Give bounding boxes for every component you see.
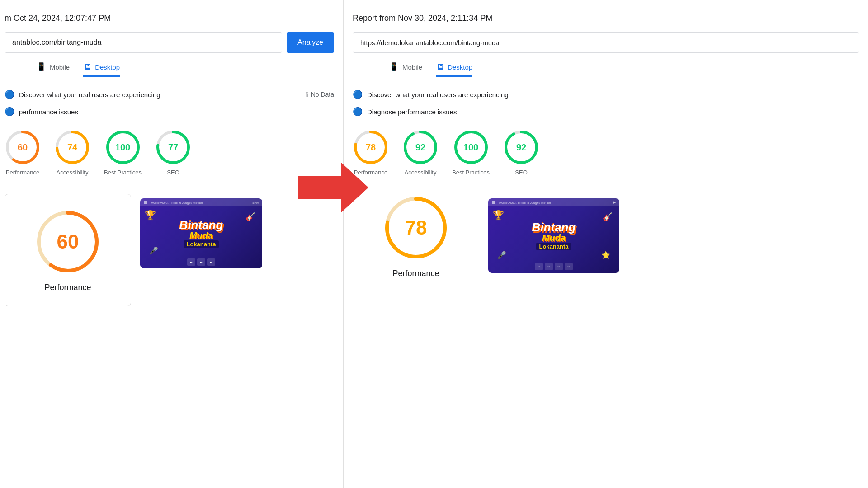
right-discover-icon: 🔵: [353, 89, 363, 99]
right-large-score-label: Performance: [392, 269, 439, 278]
left-large-score-value: 60: [57, 230, 79, 253]
bottom-icon-2: ▪▪: [197, 258, 205, 266]
left-bp-value: 100: [115, 142, 130, 153]
left-large-section: 60 Performance Home About Timeline Judge…: [0, 185, 343, 311]
right-nav-dot-1: [492, 201, 495, 204]
right-score-bestpractices: 100 Best Practices: [452, 129, 490, 176]
nav-dot-1: [144, 201, 147, 204]
right-screenshot: Home About Timeline Judges Mentor ▶ 🏆 🎸 …: [488, 198, 619, 273]
right-bottom-icon-3: ▪▪: [555, 263, 563, 270]
right-access-label: Accessibility: [405, 169, 437, 176]
left-seo-circle: 77: [155, 129, 191, 165]
right-large-circle: 78: [382, 194, 450, 262]
right-diagnose-label: Diagnose performance issues: [367, 108, 457, 116]
right-bp-circle: 100: [453, 129, 489, 165]
right-score-seo: 92 SEO: [503, 129, 539, 176]
right-mobile-tab[interactable]: 📱 Mobile: [389, 62, 422, 77]
right-diagnose-icon: 🔵: [353, 107, 363, 117]
left-discover-row: 🔵 Discover what your real users are expe…: [0, 86, 343, 103]
right-mobile-label: Mobile: [402, 63, 422, 71]
right-scores-row: 78 Performance 92 Accessibility 10: [344, 120, 868, 185]
right-desktop-icon: 🖥: [436, 62, 444, 72]
left-diagnose-label: performance issues: [19, 108, 78, 116]
left-access-label: Accessibility: [57, 169, 89, 176]
left-desktop-tab[interactable]: 🖥 Desktop: [83, 62, 120, 77]
left-url-input[interactable]: [5, 32, 282, 53]
left-bp-circle: 100: [105, 129, 141, 165]
no-data-label: No Data: [311, 91, 334, 98]
bintang-brand: Lokananta: [184, 240, 218, 248]
right-bp-label: Best Practices: [452, 169, 490, 176]
right-bintang-line1: Bintang: [532, 221, 576, 233]
right-bp-value: 100: [463, 142, 478, 153]
decor-star-1: 🏆: [145, 210, 156, 221]
desktop-icon: 🖥: [83, 62, 91, 72]
nav-text-2: 99%: [252, 201, 259, 204]
right-decor-mic: 🎤: [497, 251, 506, 259]
diagnose-icon: 🔵: [5, 107, 14, 117]
left-report-time: m Oct 24, 2024, 12:07:47 PM: [0, 14, 343, 32]
left-large-circle: 60: [34, 208, 102, 276]
bintang-line2: Muda: [179, 231, 223, 240]
right-bintang-line2: Muda: [532, 233, 576, 242]
right-seo-value: 92: [516, 142, 526, 153]
right-nav-text: Home About Timeline Judges Mentor: [499, 201, 551, 204]
red-arrow: [298, 160, 371, 216]
right-bottom-icon-2: ▪▪: [545, 263, 553, 270]
bottom-icon-3: ▪▪: [207, 258, 215, 266]
right-url-input[interactable]: [353, 32, 859, 53]
right-nav-text-2: ▶: [613, 201, 616, 204]
left-seo-value: 77: [168, 142, 178, 153]
left-discover-label: Discover what your real users are experi…: [19, 91, 160, 99]
right-mobile-icon: 📱: [389, 62, 399, 72]
right-score-accessibility: 92 Accessibility: [402, 129, 439, 176]
left-screenshot-nav: Home About Timeline Judges Mentor 99%: [140, 198, 262, 206]
decor-guitar: 🎸: [245, 212, 255, 222]
right-large-score-value: 78: [405, 216, 427, 239]
right-decor-guitar: 🎸: [603, 212, 613, 222]
right-bintang-title: Bintang Muda Lokananta: [532, 221, 576, 250]
left-scores-row: 60 Performance 74 Accessibility 10: [0, 120, 343, 185]
nav-text: Home About Timeline Judges Mentor: [151, 201, 203, 204]
decor-mic: 🎤: [149, 246, 158, 255]
left-perf-label: Performance: [6, 169, 39, 176]
left-large-score-box: 60 Performance: [5, 194, 131, 306]
right-bottom-icon-1: ▪▪: [535, 263, 543, 270]
bintang-line1: Bintang: [179, 219, 223, 231]
left-screenshot: Home About Timeline Judges Mentor 99% 🏆 …: [140, 198, 262, 268]
bottom-icon-1: ▪▪: [187, 258, 195, 266]
left-access-value: 74: [67, 142, 77, 153]
left-perf-value: 60: [18, 142, 28, 153]
right-desktop-label: Desktop: [448, 63, 472, 71]
right-discover-label: Discover what your real users are experi…: [367, 91, 509, 99]
right-access-value: 92: [415, 142, 425, 153]
left-screenshot-bottom: ▪▪ ▪▪ ▪▪: [187, 258, 215, 266]
right-decor-trophy: 🏆: [493, 210, 504, 221]
left-large-score-label: Performance: [44, 283, 91, 292]
left-bp-label: Best Practices: [104, 169, 142, 176]
right-desktop-tab[interactable]: 🖥 Desktop: [436, 62, 472, 77]
left-diagnose-row: 🔵 performance issues: [0, 103, 343, 120]
right-screenshot-nav: Home About Timeline Judges Mentor ▶: [488, 198, 619, 206]
left-score-seo: 77 SEO: [155, 129, 191, 176]
mobile-icon: 📱: [36, 62, 46, 72]
no-data-badge: ℹ No Data: [306, 90, 334, 99]
right-device-tabs: 📱 Mobile 🖥 Desktop: [344, 62, 868, 86]
right-decor-star2: ⭐: [601, 251, 610, 259]
bintang-title: Bintang Muda Lokananta: [179, 219, 223, 248]
right-url-bar-row: [344, 32, 868, 62]
left-desktop-label: Desktop: [95, 63, 120, 71]
right-panel: Report from Nov 30, 2024, 2:11:34 PM 📱 M…: [344, 0, 868, 488]
right-access-circle: 92: [402, 129, 439, 165]
left-mobile-tab[interactable]: 📱 Mobile: [36, 62, 70, 77]
left-url-bar-row: Analyze: [0, 32, 343, 62]
right-screenshot-bottom: ▪▪ ▪▪ ▪▪ ▪▪: [535, 263, 573, 270]
left-mobile-label: Mobile: [50, 63, 70, 71]
svg-marker-10: [298, 163, 368, 212]
right-discover-row: 🔵 Discover what your real users are expe…: [344, 86, 868, 103]
right-report-time: Report from Nov 30, 2024, 2:11:34 PM: [344, 14, 868, 32]
right-large-section: 78 Performance Home About Timeline Judge…: [344, 185, 868, 283]
discover-icon: 🔵: [5, 89, 14, 99]
left-score-performance: 60 Performance: [5, 129, 41, 176]
analyze-button[interactable]: Analyze: [287, 32, 334, 53]
